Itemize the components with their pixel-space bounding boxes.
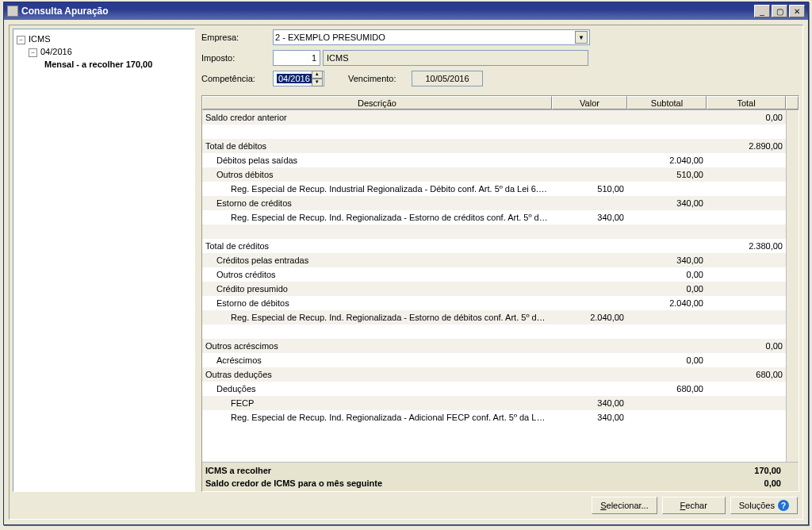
cell-descricao: Reg. Especial de Recup. Ind. Regionaliza… <box>202 413 552 422</box>
table-row[interactable]: Reg. Especial de Recup. Ind. Regionaliza… <box>202 310 799 325</box>
tree-leaf[interactable]: Mensal - a recolher 170,00 <box>44 58 191 71</box>
table-row[interactable] <box>202 125 799 139</box>
cell-subtotal: 0,00 <box>627 355 707 365</box>
cell-descricao: Outras deduções <box>202 370 552 379</box>
table-row[interactable]: Outros créditos0,00 <box>202 267 799 282</box>
empresa-dropdown[interactable]: 2 - EXEMPLO PRESUMIDO ▼ <box>273 29 590 45</box>
table-row[interactable]: Estorno de débitos2.040,00 <box>202 296 799 310</box>
col-subtotal[interactable]: Subtotal <box>627 96 707 109</box>
minimize-button[interactable]: _ <box>754 5 770 17</box>
cell-subtotal: 340,00 <box>627 198 707 208</box>
chevron-down-icon[interactable]: ▼ <box>575 31 588 44</box>
col-descricao[interactable]: Descrição <box>202 96 552 109</box>
maximize-button[interactable]: ▢ <box>772 5 787 17</box>
table-row[interactable]: Deduções680,00 <box>202 382 799 396</box>
table-row[interactable]: FECP340,00 <box>202 396 799 410</box>
tree-root-label: ICMS <box>29 34 51 44</box>
collapse-icon[interactable]: − <box>29 48 37 57</box>
col-scroll-spacer <box>786 96 799 109</box>
vertical-scrollbar[interactable] <box>786 110 799 462</box>
tree-panel[interactable]: −ICMS −04/2016 Mensal - a recolher 170,0… <box>13 29 195 492</box>
cell-total: 0,00 <box>707 341 786 351</box>
cell-total: 2.890,00 <box>707 141 786 151</box>
vencimento-label: Vencimento: <box>348 74 412 83</box>
table-row[interactable]: Saldo credor anterior0,00 <box>202 110 799 125</box>
cell-subtotal: 510,00 <box>627 170 707 179</box>
table-row[interactable]: Crédito presumido0,00 <box>202 282 799 296</box>
cell-descricao: Deduções <box>202 384 552 394</box>
table-row[interactable] <box>202 325 799 339</box>
imposto-code: 1 <box>312 53 316 63</box>
competencia-label: Competência: <box>201 74 273 83</box>
fechar-button[interactable]: Fechar <box>662 497 726 514</box>
table-row[interactable]: Acréscimos0,00 <box>202 353 799 367</box>
help-icon: ? <box>778 500 789 511</box>
cell-valor: 340,00 <box>552 213 627 222</box>
table-row[interactable]: Reg. Especial de Recup. Industrial Regio… <box>202 182 799 196</box>
competencia-spinner[interactable]: ▲ ▼ <box>312 71 323 86</box>
window-title: Consulta Apuração <box>21 6 109 17</box>
empresa-label: Empresa: <box>201 33 273 42</box>
table-row[interactable]: Outros débitos510,00 <box>202 167 799 182</box>
competencia-input[interactable]: 04/2016 ▲ ▼ <box>273 71 324 86</box>
table-row[interactable]: Outros acréscimos0,00 <box>202 339 799 353</box>
table-row[interactable]: Total de créditos2.380,00 <box>202 239 799 253</box>
table-footer: ICMS a recolher 170,00 Saldo credor de I… <box>202 462 799 491</box>
solucoes-button[interactable]: Soluções ? <box>730 497 798 514</box>
cell-descricao: Débitos pelas saídas <box>202 156 552 165</box>
cell-valor: 340,00 <box>552 398 627 408</box>
cell-descricao: FECP <box>202 398 552 408</box>
right-panel: Empresa: 2 - EXEMPLO PRESUMIDO ▼ Imposto… <box>201 29 799 492</box>
table-body[interactable]: Saldo credor anterior0,00Total de débito… <box>202 110 799 462</box>
spin-up-icon[interactable]: ▲ <box>312 71 323 79</box>
cell-valor: 510,00 <box>552 184 627 194</box>
table-row[interactable]: Total de débitos2.890,00 <box>202 139 799 153</box>
imposto-name-display: ICMS <box>323 50 588 66</box>
window-consulta-apuracao: Consulta Apuração _ ▢ ✕ −ICMS −04/2016 M… <box>3 2 809 525</box>
table-row[interactable]: Estorno de créditos340,00 <box>202 196 799 210</box>
cell-descricao: Créditos pelas entradas <box>202 255 552 265</box>
vencimento-value: 10/05/2016 <box>425 74 469 83</box>
cell-descricao: Crédito presumido <box>202 284 552 294</box>
cell-total: 0,00 <box>707 113 786 122</box>
imposto-code-input[interactable]: 1 <box>273 50 320 66</box>
vencimento-display: 10/05/2016 <box>412 71 483 86</box>
table-row[interactable]: Outras deduções680,00 <box>202 367 799 382</box>
table-row[interactable]: Débitos pelas saídas2.040,00 <box>202 153 799 167</box>
selecionar-button[interactable]: Selecionar... <box>592 497 657 514</box>
apuracao-table: Descrição Valor Subtotal Total Saldo cre… <box>201 95 799 492</box>
cell-total: 2.380,00 <box>707 241 786 251</box>
cell-descricao: Outros débitos <box>202 170 552 179</box>
table-row[interactable]: Reg. Especial de Recup. Ind. Regionaliza… <box>202 210 799 225</box>
cell-subtotal: 340,00 <box>627 255 707 265</box>
col-valor[interactable]: Valor <box>552 96 627 109</box>
titlebar: Consulta Apuração _ ▢ ✕ <box>4 2 808 20</box>
tree-period[interactable]: −04/2016 <box>29 45 191 58</box>
close-button[interactable]: ✕ <box>789 5 805 17</box>
cell-descricao: Estorno de débitos <box>202 298 552 308</box>
footer-line1-value: 170,00 <box>716 466 795 475</box>
tree-root[interactable]: −ICMS <box>17 33 191 45</box>
competencia-value: 04/2016 <box>277 74 312 83</box>
imposto-label: Imposto: <box>201 53 273 63</box>
collapse-icon[interactable]: − <box>17 36 25 44</box>
footer-line2-value: 0,00 <box>716 478 795 488</box>
table-row[interactable] <box>202 225 799 239</box>
cell-descricao: Outros acréscimos <box>202 341 552 351</box>
client-area: −ICMS −04/2016 Mensal - a recolher 170,0… <box>4 20 808 524</box>
imposto-name: ICMS <box>327 53 349 63</box>
cell-descricao: Reg. Especial de Recup. Industrial Regio… <box>202 184 552 194</box>
cell-subtotal: 680,00 <box>627 384 707 394</box>
table-row[interactable]: Reg. Especial de Recup. Ind. Regionaliza… <box>202 410 799 424</box>
table-header: Descrição Valor Subtotal Total <box>202 96 799 110</box>
footer-line1-label: ICMS a recolher <box>205 466 716 475</box>
inner-frame: −ICMS −04/2016 Mensal - a recolher 170,0… <box>9 25 803 520</box>
cell-descricao: Saldo credor anterior <box>202 113 552 122</box>
cell-subtotal: 2.040,00 <box>627 298 707 308</box>
cell-descricao: Reg. Especial de Recup. Ind. Regionaliza… <box>202 213 552 222</box>
col-total[interactable]: Total <box>707 96 786 109</box>
spin-down-icon[interactable]: ▼ <box>312 79 323 86</box>
table-row[interactable]: Créditos pelas entradas340,00 <box>202 253 799 267</box>
cell-descricao: Total de créditos <box>202 241 552 251</box>
cell-valor: 340,00 <box>552 413 627 422</box>
